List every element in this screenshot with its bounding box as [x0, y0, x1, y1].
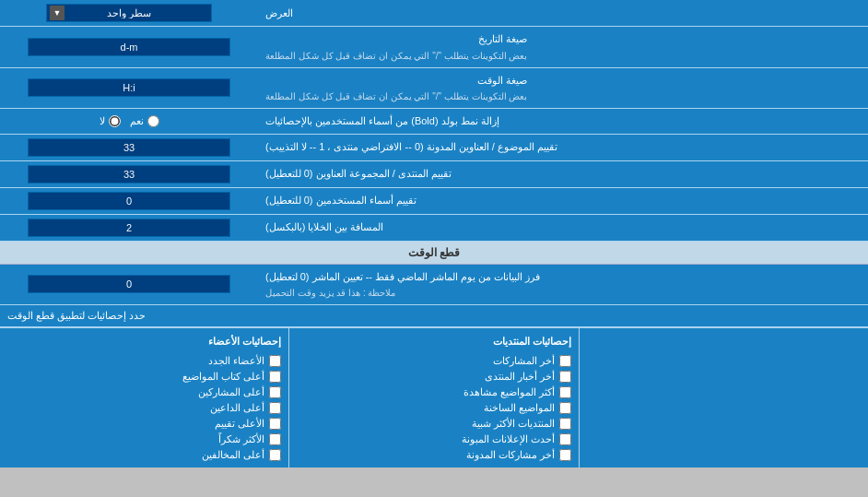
- list-item: أخر مشاركات المدونة: [297, 447, 570, 463]
- time-format-input[interactable]: [28, 78, 230, 97]
- bold-yes-radio[interactable]: [147, 115, 159, 127]
- bold-remove-label: إزالة نمط بولد (Bold) من أسماء المستخدمي…: [258, 109, 868, 134]
- checkbox-post-7[interactable]: [559, 449, 571, 461]
- time-format-input-cell: [0, 68, 258, 109]
- list-item: أعلى كتاب المواضيع: [7, 369, 281, 385]
- checkbox-col-post-stats: إحصائيات المنتديات أخر المشاركات أخر أخب…: [288, 328, 578, 467]
- list-item: أعلى المشاركين: [7, 385, 281, 400]
- user-order-input-cell: [0, 188, 258, 214]
- time-format-label: صيغة الوقت بعض التكوينات يتطلب "/" التي …: [258, 68, 868, 109]
- list-item: الأعضاء الجدد: [7, 353, 281, 369]
- display-label: العرض: [258, 0, 868, 26]
- date-format-input-cell: [0, 27, 258, 67]
- checkbox-member-6[interactable]: [269, 433, 281, 445]
- list-item: أخر أخبار المنتدى: [297, 369, 570, 385]
- checkbox-member-7[interactable]: [269, 449, 281, 461]
- cutoff-input-cell: [0, 265, 258, 305]
- date-format-input[interactable]: [28, 38, 230, 56]
- cutoff-label: فرز البيانات من يوم الماشر الماضي فقط --…: [258, 265, 868, 305]
- cutoff-input[interactable]: [28, 275, 230, 293]
- checkbox-member-5[interactable]: [269, 418, 281, 430]
- checkbox-post-5[interactable]: [559, 418, 571, 430]
- list-item: أحدث الإعلانات المبونة: [297, 432, 570, 447]
- display-input-cell: سطر واحد سطران ثلاثة أسطر ▼: [0, 0, 258, 26]
- checkbox-post-4[interactable]: [559, 402, 571, 414]
- topic-order-input-cell: [0, 135, 258, 160]
- checkbox-post-6[interactable]: [559, 433, 571, 445]
- checkbox-col-member-stats: إحصائيات الأعضاء الأعضاء الجدد أعلى كتاب…: [0, 328, 288, 467]
- user-order-label: تقييم أسماء المستخدمين (0 للتعطيل): [258, 188, 868, 214]
- checkbox-post-1[interactable]: [559, 355, 571, 367]
- bold-yes-label[interactable]: نعم: [130, 115, 159, 127]
- bold-no-radio[interactable]: [109, 115, 121, 127]
- gap-input-cell: [0, 215, 258, 241]
- list-item: المنتديات الأكثر شبية: [297, 416, 570, 432]
- display-select-wrapper: سطر واحد سطران ثلاثة أسطر ▼: [46, 4, 212, 22]
- list-item: الأكثر شكراً: [7, 432, 281, 447]
- bold-remove-input-cell: نعم لا: [0, 109, 258, 134]
- list-item: أعلى الداعين: [7, 400, 281, 416]
- member-stats-header: إحصائيات الأعضاء: [7, 333, 281, 350]
- checkboxes-area: إحصائيات المنتديات أخر المشاركات أخر أخب…: [0, 327, 868, 467]
- post-stats-header: إحصائيات المنتديات: [297, 333, 570, 350]
- list-item: أعلى المخالفين: [7, 447, 281, 463]
- checkbox-post-3[interactable]: [559, 386, 571, 398]
- list-item: المواضيع الساخنة: [297, 400, 570, 416]
- gap-label: المسافة بين الخلايا (بالبكسل): [258, 215, 868, 241]
- forum-order-label: تقييم المنتدى / المجموعة العناوين (0 للت…: [258, 161, 868, 187]
- list-item: أخر المشاركات: [297, 353, 570, 369]
- user-order-input[interactable]: [28, 192, 230, 210]
- list-item: الأعلى تقييم: [7, 416, 281, 432]
- limit-label: حدد إحصائيات لتطبيق قطع الوقت: [0, 305, 868, 326]
- checkbox-col-empty: [579, 328, 868, 467]
- forum-order-input[interactable]: [28, 165, 230, 183]
- checkbox-member-3[interactable]: [269, 386, 281, 398]
- date-format-label: صيغة التاريخ بعض التكوينات يتطلب "/" الت…: [258, 27, 868, 67]
- checkbox-member-4[interactable]: [269, 402, 281, 414]
- topic-order-label: تقييم الموضوع / العناوين المدونة (0 -- ا…: [258, 135, 868, 160]
- forum-order-input-cell: [0, 161, 258, 187]
- checkbox-member-1[interactable]: [269, 355, 281, 367]
- gap-input[interactable]: [28, 219, 230, 237]
- topic-order-input[interactable]: [28, 138, 230, 157]
- display-select[interactable]: سطر واحد سطران ثلاثة أسطر: [46, 4, 212, 22]
- cutoff-section-header: قطع الوقت: [0, 242, 868, 265]
- bold-remove-radio-group: نعم لا: [100, 115, 159, 127]
- checkbox-member-2[interactable]: [269, 371, 281, 383]
- checkbox-post-2[interactable]: [559, 371, 571, 383]
- bold-no-label[interactable]: لا: [100, 115, 121, 127]
- list-item: أكثر المواضيع مشاهدة: [297, 385, 570, 400]
